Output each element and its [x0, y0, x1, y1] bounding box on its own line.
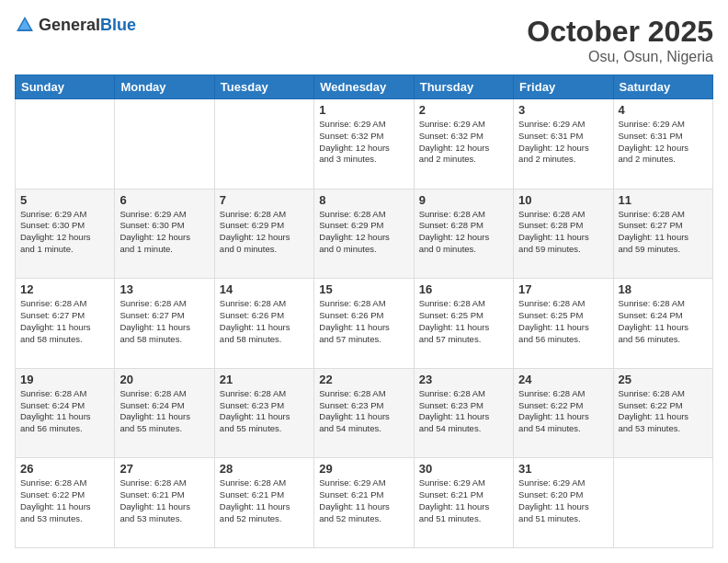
day-info-line: and 53 minutes.	[619, 423, 708, 435]
day-info: Sunrise: 6:29 AMSunset: 6:30 PMDaylight:…	[119, 209, 209, 256]
day-info-line: Sunrise: 6:28 AM	[220, 298, 309, 310]
day-info-line: Sunset: 6:21 PM	[220, 489, 309, 501]
weekday-saturday: Saturday	[613, 75, 712, 99]
day-number: 7	[220, 193, 309, 207]
day-info-line: and 2 minutes.	[619, 154, 708, 166]
day-info-line: and 2 minutes.	[518, 154, 608, 166]
calendar-cell: 13Sunrise: 6:28 AMSunset: 6:27 PMDayligh…	[115, 279, 214, 369]
day-info-line: Sunset: 6:27 PM	[619, 220, 708, 232]
weekday-monday: Monday	[115, 75, 214, 99]
day-info-line: Sunset: 6:24 PM	[619, 310, 708, 322]
day-info-line: Daylight: 11 hours	[220, 322, 309, 334]
day-info-line: Sunrise: 6:29 AM	[319, 477, 408, 489]
day-info-line: and 3 minutes.	[319, 154, 408, 166]
day-number: 11	[619, 193, 708, 207]
day-info-line: and 53 minutes.	[119, 513, 209, 525]
day-info: Sunrise: 6:28 AMSunset: 6:22 PMDaylight:…	[619, 388, 708, 435]
day-info: Sunrise: 6:28 AMSunset: 6:27 PMDaylight:…	[119, 298, 209, 345]
day-info-line: and 58 minutes.	[220, 334, 309, 346]
day-info-line: Daylight: 12 hours	[119, 232, 209, 244]
calendar-cell: 9Sunrise: 6:28 AMSunset: 6:28 PMDaylight…	[414, 189, 513, 279]
logo-general: General	[39, 16, 100, 34]
day-number: 3	[518, 103, 608, 117]
calendar-cell: 31Sunrise: 6:29 AMSunset: 6:20 PMDayligh…	[514, 458, 613, 548]
day-number: 30	[419, 462, 508, 476]
day-info-line: Sunset: 6:21 PM	[419, 489, 508, 501]
calendar-cell	[214, 99, 313, 190]
day-number: 8	[319, 193, 408, 207]
calendar-cell	[115, 99, 214, 190]
day-number: 23	[419, 373, 508, 386]
day-info-line: and 56 minutes.	[20, 423, 109, 435]
day-info-line: Daylight: 11 hours	[619, 411, 708, 423]
day-info-line: Daylight: 12 hours	[419, 232, 508, 244]
day-info-line: Daylight: 11 hours	[20, 501, 109, 513]
day-info-line: Daylight: 12 hours	[619, 143, 708, 155]
day-info-line: Sunset: 6:27 PM	[119, 310, 209, 322]
day-info-line: and 56 minutes.	[518, 334, 608, 346]
day-info-line: Sunset: 6:27 PM	[20, 310, 109, 322]
day-info-line: Sunrise: 6:28 AM	[419, 388, 508, 400]
day-info-line: Daylight: 11 hours	[119, 501, 209, 513]
day-info: Sunrise: 6:28 AMSunset: 6:27 PMDaylight:…	[20, 298, 109, 345]
day-info-line: and 54 minutes.	[518, 423, 608, 435]
day-info-line: Sunrise: 6:29 AM	[518, 119, 608, 131]
day-info: Sunrise: 6:28 AMSunset: 6:29 PMDaylight:…	[319, 209, 408, 256]
header: GeneralBlue October 2025 Osu, Osun, Nige…	[15, 15, 713, 65]
day-info: Sunrise: 6:28 AMSunset: 6:22 PMDaylight:…	[20, 477, 109, 524]
day-info-line: and 56 minutes.	[619, 334, 708, 346]
calendar-row-1: 5Sunrise: 6:29 AMSunset: 6:30 PMDaylight…	[16, 189, 713, 279]
title-area: October 2025 Osu, Osun, Nigeria	[527, 15, 713, 65]
day-info-line: and 59 minutes.	[518, 244, 608, 256]
logo-icon	[15, 15, 35, 35]
day-info-line: Sunset: 6:24 PM	[20, 400, 109, 412]
calendar-cell: 12Sunrise: 6:28 AMSunset: 6:27 PMDayligh…	[16, 279, 115, 369]
calendar-table: SundayMondayTuesdayWednesdayThursdayFrid…	[15, 75, 713, 548]
calendar-cell: 23Sunrise: 6:28 AMSunset: 6:23 PMDayligh…	[414, 368, 513, 458]
day-info-line: Daylight: 11 hours	[220, 411, 309, 423]
day-info-line: Sunset: 6:21 PM	[119, 489, 209, 501]
day-number: 10	[518, 193, 608, 207]
calendar-cell: 19Sunrise: 6:28 AMSunset: 6:24 PMDayligh…	[16, 368, 115, 458]
day-info-line: and 0 minutes.	[220, 244, 309, 256]
day-info-line: Sunrise: 6:28 AM	[518, 298, 608, 310]
day-info-line: Sunrise: 6:28 AM	[619, 298, 708, 310]
calendar-cell: 15Sunrise: 6:28 AMSunset: 6:26 PMDayligh…	[314, 279, 414, 369]
day-number: 14	[220, 282, 309, 296]
day-info-line: Daylight: 11 hours	[20, 322, 109, 334]
day-info-line: Daylight: 11 hours	[119, 411, 209, 423]
day-info-line: Daylight: 11 hours	[319, 411, 408, 423]
day-number: 26	[20, 462, 109, 476]
day-number: 20	[119, 373, 209, 386]
day-info: Sunrise: 6:28 AMSunset: 6:28 PMDaylight:…	[518, 209, 608, 256]
day-info-line: Sunset: 6:31 PM	[619, 131, 708, 143]
day-info: Sunrise: 6:28 AMSunset: 6:21 PMDaylight:…	[119, 477, 209, 524]
day-info-line: Sunset: 6:25 PM	[419, 310, 508, 322]
calendar-cell: 14Sunrise: 6:28 AMSunset: 6:26 PMDayligh…	[214, 279, 313, 369]
day-info-line: Sunset: 6:23 PM	[419, 400, 508, 412]
day-info-line: Sunrise: 6:29 AM	[419, 119, 508, 131]
day-info-line: and 54 minutes.	[419, 423, 508, 435]
weekday-tuesday: Tuesday	[214, 75, 313, 99]
day-info-line: Daylight: 11 hours	[419, 411, 508, 423]
day-info-line: Sunrise: 6:28 AM	[518, 209, 608, 221]
calendar-cell	[613, 458, 712, 548]
day-info: Sunrise: 6:29 AMSunset: 6:21 PMDaylight:…	[419, 477, 508, 524]
day-info: Sunrise: 6:28 AMSunset: 6:25 PMDaylight:…	[419, 298, 508, 345]
day-info-line: Sunrise: 6:28 AM	[319, 298, 408, 310]
day-info-line: Daylight: 11 hours	[518, 411, 608, 423]
day-info: Sunrise: 6:28 AMSunset: 6:21 PMDaylight:…	[220, 477, 309, 524]
day-info-line: Daylight: 12 hours	[220, 232, 309, 244]
day-number: 9	[419, 193, 508, 207]
calendar-row-2: 12Sunrise: 6:28 AMSunset: 6:27 PMDayligh…	[16, 279, 713, 369]
day-info: Sunrise: 6:29 AMSunset: 6:20 PMDaylight:…	[518, 477, 608, 524]
day-info-line: and 54 minutes.	[319, 423, 408, 435]
day-info-line: Sunrise: 6:29 AM	[119, 209, 209, 221]
day-info-line: Daylight: 11 hours	[518, 322, 608, 334]
calendar-row-3: 19Sunrise: 6:28 AMSunset: 6:24 PMDayligh…	[16, 368, 713, 458]
day-info: Sunrise: 6:28 AMSunset: 6:24 PMDaylight:…	[619, 298, 708, 345]
day-info-line: Sunrise: 6:28 AM	[319, 388, 408, 400]
day-info-line: Sunset: 6:22 PM	[619, 400, 708, 412]
day-info-line: Daylight: 12 hours	[518, 143, 608, 155]
day-number: 5	[20, 193, 109, 207]
